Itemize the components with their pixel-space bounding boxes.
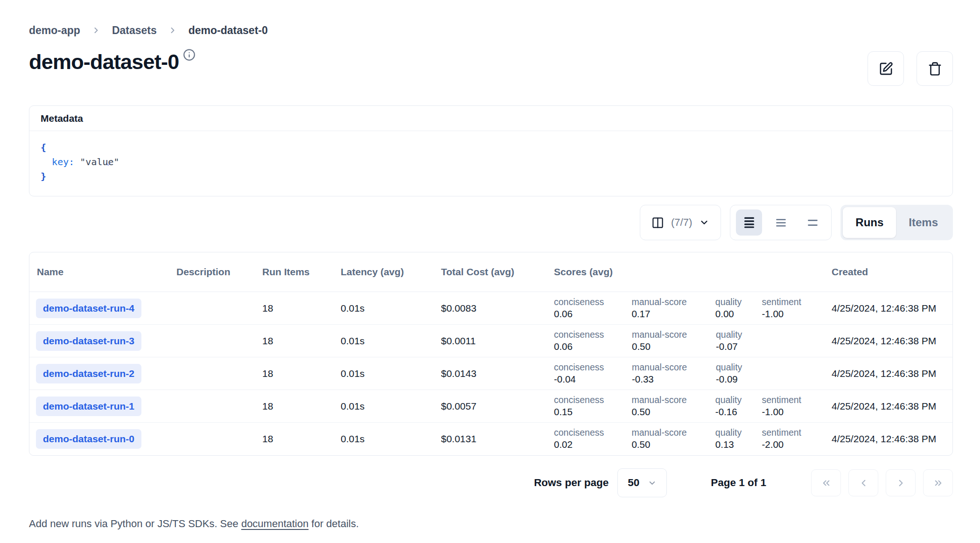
breadcrumb-datasets[interactable]: Datasets [112, 24, 157, 37]
first-page-button[interactable] [811, 469, 841, 496]
rows-per-page-select[interactable]: 50 [617, 468, 667, 497]
run-name-link[interactable]: demo-dataset-run-3 [36, 331, 141, 351]
column-visibility-button[interactable]: (7/7) [640, 205, 721, 240]
score-value: -1.00 [762, 406, 828, 418]
score-quality: quality-0.09 [716, 362, 763, 385]
last-page-button[interactable] [923, 469, 953, 496]
score-label: quality [715, 395, 758, 405]
rows-dense-icon [743, 216, 756, 229]
score-manual-score: manual-score0.50 [631, 427, 715, 450]
json-collapse-chevron-icon[interactable] [48, 144, 56, 152]
metadata-panel-title: Metadata [29, 106, 952, 131]
page-status: Page 1 of 1 [711, 477, 766, 489]
chevron-left-icon [858, 478, 869, 488]
run-name-link[interactable]: demo-dataset-run-4 [36, 299, 141, 318]
scores-cell: conciseness0.02manual-score0.50quality0.… [554, 423, 832, 455]
table-row: demo-dataset-run-3 18 0.01s $0.0011 conc… [29, 325, 952, 357]
runs-table: Name Description Run Items Latency (avg)… [29, 252, 953, 456]
score-value: 0.06 [554, 341, 628, 352]
score-value: -0.33 [632, 374, 712, 385]
created-cell: 4/25/2024, 12:46:38 PM [832, 390, 952, 422]
score-label: manual-score [631, 297, 711, 307]
score-label: conciseness [554, 329, 628, 340]
column-header-name: Name [29, 252, 176, 292]
json-close-brace: } [41, 169, 46, 184]
breadcrumb-project[interactable]: demo-app [29, 24, 80, 37]
chevrons-left-icon [821, 478, 832, 488]
run-name-link[interactable]: demo-dataset-run-2 [36, 364, 141, 383]
info-icon[interactable] [183, 49, 196, 61]
score-label: manual-score [632, 362, 712, 373]
title-actions [868, 51, 953, 86]
edit-dataset-button[interactable] [868, 51, 904, 86]
run-name-link[interactable]: demo-dataset-run-1 [36, 397, 141, 416]
run-items-cell: 18 [262, 390, 341, 422]
score-label: conciseness [554, 297, 628, 307]
score-label: quality [715, 427, 758, 438]
row-height-medium-button[interactable] [768, 209, 794, 236]
chevron-right-icon [896, 478, 906, 488]
score-label: manual-score [631, 395, 711, 405]
score-manual-score: manual-score0.50 [632, 329, 716, 352]
latency-cell: 0.01s [341, 357, 441, 390]
score-value: 0.02 [554, 439, 628, 450]
score-value: -0.07 [716, 341, 759, 352]
table-row: demo-dataset-run-0 18 0.01s $0.0131 conc… [29, 423, 952, 455]
score-conciseness: conciseness0.15 [554, 395, 631, 418]
score-label: quality [715, 297, 758, 307]
score-conciseness: conciseness-0.04 [554, 362, 632, 385]
breadcrumb: demo-app Datasets demo-dataset-0 [29, 22, 953, 38]
column-header-run-items: Run Items [262, 252, 341, 292]
score-value: -1.00 [762, 308, 828, 320]
scores-cell: conciseness0.06manual-score0.50quality-0… [554, 325, 832, 357]
pagination-bar: Rows per page 50 Page 1 of 1 [29, 468, 953, 497]
score-sentiment: sentiment-2.00 [762, 427, 832, 450]
column-header-scores: Scores (avg) [554, 252, 832, 292]
score-value: -2.00 [762, 439, 828, 450]
scores-cell: conciseness0.06manual-score0.17quality0.… [554, 292, 832, 324]
row-height-small-button[interactable] [736, 209, 762, 236]
created-cell: 4/25/2024, 12:46:38 PM [832, 292, 952, 324]
row-height-large-button[interactable] [799, 209, 826, 236]
tab-runs[interactable]: Runs [843, 207, 896, 238]
score-label: sentiment [762, 395, 828, 405]
total-cost-cell: $0.0083 [441, 292, 554, 324]
latency-cell: 0.01s [341, 325, 441, 357]
score-value: 0.50 [631, 439, 711, 450]
score-sentiment: sentiment-1.00 [762, 297, 832, 320]
run-name-link[interactable]: demo-dataset-run-0 [36, 429, 141, 449]
score-label: conciseness [554, 395, 628, 405]
score-manual-score: manual-score0.50 [631, 395, 715, 418]
score-conciseness: conciseness0.02 [554, 427, 631, 450]
runs-items-tab-group: Runs Items [840, 205, 953, 240]
description-cell [176, 390, 262, 422]
metadata-json-viewer: { key : "value" } [29, 131, 952, 196]
chevron-down-icon [699, 217, 709, 228]
run-items-cell: 18 [262, 423, 341, 455]
latency-cell: 0.01s [341, 292, 441, 324]
column-header-created: Created [832, 252, 952, 292]
title-row: demo-dataset-0 [29, 49, 953, 86]
page-title: demo-dataset-0 [29, 49, 179, 76]
table-row: demo-dataset-run-2 18 0.01s $0.0143 conc… [29, 357, 952, 390]
column-header-total-cost: Total Cost (avg) [441, 252, 554, 292]
score-value: 0.17 [631, 308, 711, 320]
chevron-down-icon [648, 479, 657, 487]
scores-cell: conciseness0.15manual-score0.50quality-0… [554, 390, 832, 422]
breadcrumb-current[interactable]: demo-dataset-0 [189, 24, 268, 37]
description-cell [176, 292, 262, 324]
created-cell: 4/25/2024, 12:46:38 PM [832, 423, 952, 455]
column-header-description: Description [176, 252, 262, 292]
tab-items[interactable]: Items [896, 207, 951, 238]
chevrons-right-icon [933, 478, 944, 488]
table-body: demo-dataset-run-4 18 0.01s $0.0083 conc… [29, 292, 952, 455]
next-page-button[interactable] [886, 469, 916, 496]
previous-page-button[interactable] [848, 469, 878, 496]
score-conciseness: conciseness0.06 [554, 329, 632, 352]
delete-dataset-button[interactable] [917, 51, 953, 86]
documentation-link[interactable]: documentation [241, 518, 308, 529]
rows-tall-icon [806, 216, 819, 229]
score-value: 0.50 [631, 406, 711, 418]
table-toolbar: (7/7) Runs Ite [29, 204, 953, 241]
table-row: demo-dataset-run-1 18 0.01s $0.0057 conc… [29, 390, 952, 423]
